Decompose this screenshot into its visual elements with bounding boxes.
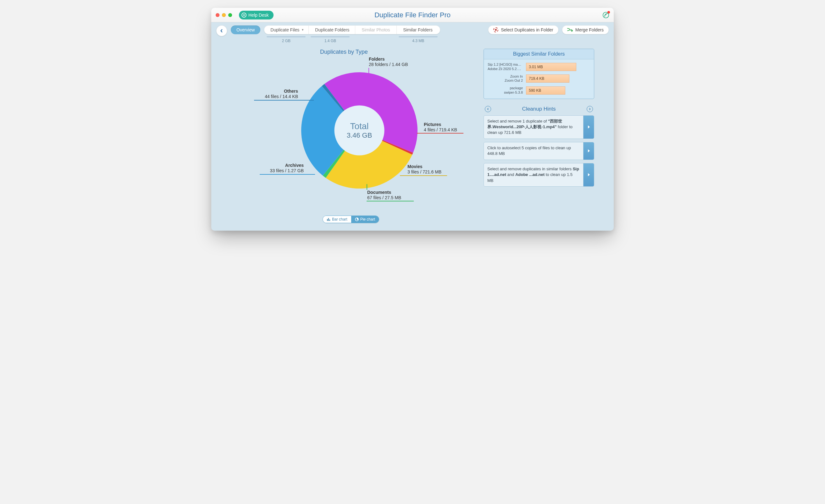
window-title: Duplicate File Finder Pro <box>211 11 614 19</box>
legend-others: Others 44 files / 14.4 KB <box>254 89 298 99</box>
toggle-bar-chart[interactable]: Bar chart <box>323 216 351 223</box>
toggle-label: Bar chart <box>332 217 348 222</box>
legend-movies: Movies 3 files / 721.6 MB <box>407 164 441 174</box>
hints-next-button[interactable] <box>587 106 593 112</box>
merge-icon <box>567 27 573 33</box>
folder-b: Zoom Out 2 <box>487 79 523 83</box>
folder-a: Zoom In <box>487 75 523 79</box>
folder-row[interactable]: Sip 1.2 [HCiSO] mac… Adobe Zii 2020 5.2.… <box>487 63 590 71</box>
overview-label: Overview <box>236 27 255 32</box>
legend-documents: Documents 67 files / 27.5 MB <box>367 190 401 200</box>
svg-point-1 <box>604 16 605 16</box>
toggle-pie-chart[interactable]: Pie chart <box>351 216 379 223</box>
legend-detail: 4 files / 719.4 KB <box>424 127 457 132</box>
chart-title: Duplicates by Type <box>320 49 483 55</box>
size-bar: 3.01 MB <box>526 63 576 71</box>
center-value: 3.46 GB <box>347 131 372 140</box>
select-duplicates-button[interactable]: Select Duplicates in Folder <box>488 25 558 34</box>
panel-title: Biggest Similar Folders <box>484 49 594 59</box>
donut-chart: Total 3.46 GB Folders 28 folders / 1.44 … <box>223 57 483 214</box>
tab-duplicate-folders[interactable]: Duplicate Folders <box>309 25 355 34</box>
overview-pill[interactable]: Overview <box>231 25 260 34</box>
tab-label: Similar Photos <box>362 27 390 32</box>
folder-b: Adobe Zii 2020 5.2.0… <box>487 67 523 71</box>
tab-label: Similar Folders <box>403 27 432 32</box>
size-bar: 590 KB <box>526 86 565 95</box>
chart-center: Total 3.46 GB <box>301 72 418 188</box>
legend-detail: 28 folders / 1.44 GB <box>369 62 408 67</box>
legend-name: Documents <box>367 190 401 195</box>
svg-rect-5 <box>329 220 330 221</box>
legend-detail: 67 files / 27.5 MB <box>367 195 401 200</box>
notification-dot-icon <box>607 11 610 13</box>
chart-area: Duplicates by Type <box>223 49 483 223</box>
hint-text: Select and remove duplicates in similar … <box>484 163 583 186</box>
legend-detail: 44 files / 14.4 KB <box>254 94 298 99</box>
legend-name: Movies <box>407 164 441 169</box>
chevron-down-icon: ▼ <box>301 28 304 31</box>
feed-button[interactable] <box>602 12 609 18</box>
chart-type-toggle: Bar chart Pie chart <box>322 216 379 223</box>
legend-name: Pictures <box>424 122 457 127</box>
legend-name: Others <box>254 89 298 94</box>
button-label: Merge Folders <box>575 27 604 32</box>
size-bar: 719.4 KB <box>526 75 570 83</box>
tab-similar-folders[interactable]: Similar Folders <box>397 25 440 34</box>
svg-rect-4 <box>328 218 329 221</box>
hints-header: Cleanup Hints <box>483 106 594 115</box>
legend-folders: Folders 28 folders / 1.44 GB <box>369 57 408 67</box>
button-label: Select Duplicates in Folder <box>501 27 553 32</box>
tab-sub: 2 GB <box>282 38 291 43</box>
tab-label: Duplicate Folders <box>315 27 349 32</box>
app-window: Help Desk Duplicate File Finder Pro Over… <box>211 8 614 231</box>
legend-detail: 33 files / 1.27 GB <box>260 168 304 173</box>
toolbar: Overview Duplicate Files ▼ Duplicate Fol… <box>211 22 614 43</box>
title-bar: Help Desk Duplicate File Finder Pro <box>211 8 614 22</box>
pie-chart-icon <box>355 218 359 221</box>
hints-title: Cleanup Hints <box>522 106 556 112</box>
hint-go-button[interactable] <box>583 116 594 139</box>
tab-subline: 2 GB 1.4 GB 4.3 MB <box>264 36 440 43</box>
legend-name: Archives <box>260 163 304 168</box>
panel-body: Sip 1.2 [HCiSO] mac… Adobe Zii 2020 5.2.… <box>484 59 594 99</box>
folder-a: Sip 1.2 [HCiSO] mac… <box>487 63 523 67</box>
legend-pictures: Pictures 4 files / 719.4 KB <box>424 122 457 132</box>
hint-card[interactable]: Select and remove 1 duplicate of "西部世界.W… <box>483 115 594 139</box>
back-button[interactable] <box>216 25 227 36</box>
folder-row[interactable]: package swiper-5.3.8 590 KB <box>487 86 590 95</box>
bar-chart-icon <box>327 218 330 221</box>
svg-rect-3 <box>327 219 327 221</box>
center-label: Total <box>350 121 369 131</box>
folder-pair: Zoom In Zoom Out 2 <box>487 75 523 83</box>
similar-folders-panel: Biggest Similar Folders Sip 1.2 [HCiSO] … <box>483 49 594 99</box>
legend-archives: Archives 33 files / 1.27 GB <box>260 163 304 173</box>
folder-row[interactable]: Zoom In Zoom Out 2 719.4 KB <box>487 75 590 83</box>
hint-text: Click to autoselect 5 copies of files to… <box>484 142 583 160</box>
content: Duplicates by Type <box>211 43 614 231</box>
tab-label: Duplicate Files <box>271 27 299 32</box>
target-icon <box>493 27 498 32</box>
hint-go-button[interactable] <box>583 163 594 186</box>
hint-card[interactable]: Select and remove duplicates in similar … <box>483 163 594 187</box>
tab-similar-photos[interactable]: Similar Photos <box>355 25 397 34</box>
hints-prev-button[interactable] <box>485 106 491 112</box>
tab-sub: 4.3 MB <box>412 38 424 43</box>
tab-duplicate-files[interactable]: Duplicate Files ▼ <box>264 25 309 34</box>
side-panel: Biggest Similar Folders Sip 1.2 [HCiSO] … <box>483 49 594 223</box>
legend-name: Folders <box>369 57 408 62</box>
merge-folders-button[interactable]: Merge Folders <box>562 25 609 34</box>
tab-sub: 1.4 GB <box>324 38 336 43</box>
folder-b: swiper-5.3.8 <box>487 90 523 95</box>
folder-pair: package swiper-5.3.8 <box>487 86 523 95</box>
hint-card[interactable]: Click to autoselect 5 copies of files to… <box>483 142 594 160</box>
folder-a: package <box>487 86 523 90</box>
hint-text: Select and remove 1 duplicate of "西部世界.W… <box>484 116 583 139</box>
toggle-label: Pie chart <box>360 217 375 222</box>
folder-pair: Sip 1.2 [HCiSO] mac… Adobe Zii 2020 5.2.… <box>487 63 523 71</box>
category-segmented: Duplicate Files ▼ Duplicate Folders Simi… <box>264 25 440 34</box>
hint-go-button[interactable] <box>583 142 594 160</box>
legend-detail: 3 files / 721.6 MB <box>407 169 441 174</box>
